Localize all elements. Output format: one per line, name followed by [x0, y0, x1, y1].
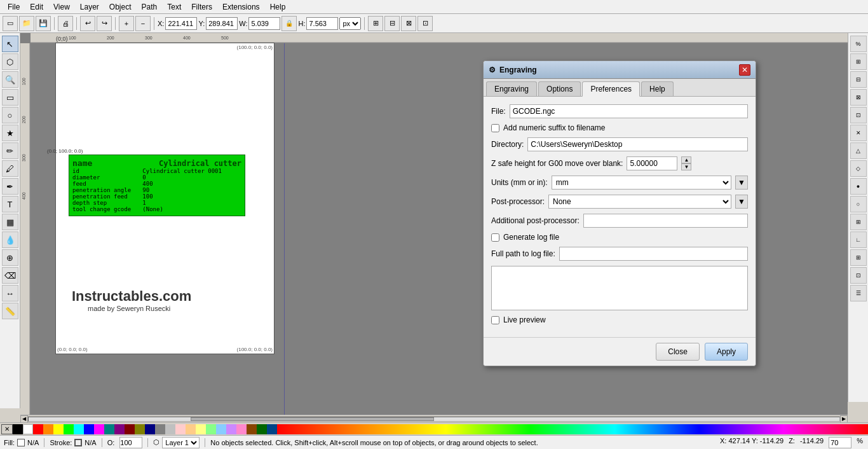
scroll-left[interactable]: ◀: [20, 415, 28, 423]
menu-file[interactable]: File: [3, 1, 25, 13]
color-dark-blue[interactable]: [267, 424, 277, 434]
text-tool[interactable]: T: [2, 196, 18, 212]
pen-tool[interactable]: 🖊: [2, 160, 18, 177]
color-cyan[interactable]: [74, 424, 84, 434]
snap-btn-4[interactable]: ⊠: [850, 89, 867, 106]
units-select[interactable]: mm in: [552, 176, 731, 190]
color-light-yellow[interactable]: [196, 424, 206, 434]
snap-btn-10[interactable]: ○: [850, 196, 867, 212]
lock-aspect-button[interactable]: 🔒: [281, 16, 297, 31]
rect-tool[interactable]: ▭: [2, 89, 18, 106]
color-light-green[interactable]: [206, 424, 216, 434]
unit-select[interactable]: px: [339, 17, 361, 30]
post-processor-select[interactable]: None: [548, 195, 731, 209]
color-light-pink[interactable]: [175, 424, 186, 434]
apply-button[interactable]: Apply: [705, 343, 748, 361]
zoom-tool[interactable]: 🔍: [2, 71, 18, 88]
post-processor-dropdown-arrow[interactable]: ▼: [735, 195, 748, 209]
transform-btn-2[interactable]: ⊟: [384, 16, 400, 31]
tab-engraving[interactable]: Engraving: [486, 81, 537, 96]
x-input[interactable]: [165, 17, 197, 30]
zoom-out-button[interactable]: −: [135, 16, 151, 31]
snap-btn-12[interactable]: ∟: [850, 231, 867, 248]
color-brown[interactable]: [247, 424, 257, 434]
units-dropdown-arrow[interactable]: ▼: [735, 176, 748, 190]
menu-layer[interactable]: Layer: [75, 1, 104, 13]
z-safe-input[interactable]: [627, 156, 677, 170]
snap-btn-6[interactable]: ✕: [850, 125, 867, 141]
dialog-close-button[interactable]: ✕: [739, 64, 750, 76]
snap-btn-7[interactable]: △: [850, 142, 867, 159]
menu-path[interactable]: Path: [137, 1, 163, 13]
node-tool[interactable]: ⬡: [2, 53, 18, 70]
color-lavender[interactable]: [226, 424, 236, 434]
w-input[interactable]: [248, 17, 280, 30]
opacity-input[interactable]: [119, 437, 142, 448]
menu-help[interactable]: Help: [265, 1, 291, 13]
color-magenta[interactable]: [94, 424, 104, 434]
snap-btn-9[interactable]: ●: [850, 178, 867, 195]
snap-btn-14[interactable]: ⊡: [850, 267, 867, 284]
color-gray[interactable]: [155, 424, 165, 434]
undo-button[interactable]: ↩: [80, 16, 95, 31]
numeric-suffix-checkbox[interactable]: [491, 124, 499, 132]
snap-btn-1[interactable]: %: [850, 36, 867, 52]
color-dark-green[interactable]: [257, 424, 267, 434]
color-purple[interactable]: [114, 424, 125, 434]
snap-btn-15[interactable]: ☰: [850, 285, 867, 301]
tab-help[interactable]: Help: [641, 81, 674, 96]
color-olive[interactable]: [135, 424, 145, 434]
snap-btn-3[interactable]: ⊟: [850, 71, 867, 88]
calligraphy-tool[interactable]: ✒: [2, 178, 18, 195]
snap-btn-13[interactable]: ⊞: [850, 249, 867, 266]
menu-edit[interactable]: Edit: [25, 1, 48, 13]
zoom-input[interactable]: [829, 437, 851, 448]
color-black[interactable]: [13, 424, 23, 434]
scroll-thumb-h[interactable]: [191, 417, 434, 421]
color-white[interactable]: [23, 424, 33, 434]
snap-btn-8[interactable]: ◇: [850, 160, 867, 177]
color-silver[interactable]: [165, 424, 175, 434]
menu-filters[interactable]: Filters: [186, 1, 217, 13]
menu-view[interactable]: View: [48, 1, 75, 13]
full-path-input[interactable]: [559, 247, 748, 261]
color-yellow[interactable]: [53, 424, 64, 434]
pencil-tool[interactable]: ✏: [2, 142, 18, 159]
star-tool[interactable]: ★: [2, 125, 18, 141]
directory-input[interactable]: [527, 137, 748, 151]
generate-log-checkbox[interactable]: [491, 233, 499, 242]
menu-extensions[interactable]: Extensions: [217, 1, 265, 13]
gradient-tool[interactable]: ▦: [2, 214, 18, 230]
connector-tool[interactable]: ↔: [2, 285, 18, 301]
color-dark-red[interactable]: [125, 424, 135, 434]
tab-options[interactable]: Options: [538, 81, 581, 96]
eraser-tool[interactable]: ⌫: [2, 267, 18, 284]
color-orange[interactable]: [43, 424, 53, 434]
z-safe-down[interactable]: ▼: [681, 163, 691, 170]
file-input[interactable]: [510, 104, 748, 118]
color-teal[interactable]: [104, 424, 114, 434]
y-input[interactable]: [206, 17, 238, 30]
select-tool[interactable]: ↖: [2, 36, 18, 52]
color-blue[interactable]: [84, 424, 94, 434]
z-safe-up[interactable]: ▲: [681, 156, 691, 163]
transform-btn-1[interactable]: ⊞: [368, 16, 383, 31]
layer-select[interactable]: Layer 1: [162, 437, 200, 448]
dropper-tool[interactable]: 💧: [2, 231, 18, 248]
tab-preferences[interactable]: Preferences: [582, 81, 640, 97]
color-red[interactable]: [33, 424, 43, 434]
zoom-in-button[interactable]: +: [119, 16, 134, 31]
color-sky-blue[interactable]: [216, 424, 226, 434]
redo-button[interactable]: ↪: [97, 16, 112, 31]
h-scrollbar[interactable]: ◀ ▶: [20, 415, 848, 422]
color-peach[interactable]: [186, 424, 196, 434]
new-button[interactable]: ▭: [3, 16, 18, 31]
no-color-swatch[interactable]: ✕: [1, 424, 13, 434]
transform-btn-4[interactable]: ⊡: [417, 16, 433, 31]
snap-btn-5[interactable]: ⊡: [850, 107, 867, 123]
menu-object[interactable]: Object: [104, 1, 137, 13]
color-gradient-bar[interactable]: [277, 424, 868, 434]
close-button[interactable]: Close: [656, 343, 700, 361]
measure-tool[interactable]: 📏: [2, 303, 18, 319]
open-button[interactable]: 📁: [19, 16, 34, 31]
